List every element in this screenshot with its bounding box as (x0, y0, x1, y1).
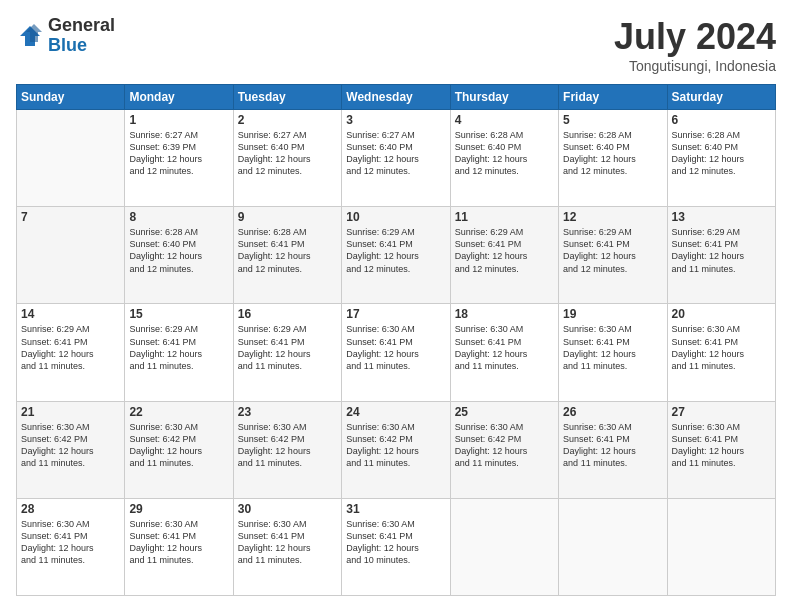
logo-text: General Blue (48, 16, 115, 56)
day-number: 12 (563, 210, 662, 224)
calendar-cell: 30Sunrise: 6:30 AM Sunset: 6:41 PM Dayli… (233, 498, 341, 595)
day-info: Sunrise: 6:30 AM Sunset: 6:41 PM Dayligh… (238, 518, 337, 567)
day-number: 13 (672, 210, 771, 224)
calendar-cell: 20Sunrise: 6:30 AM Sunset: 6:41 PM Dayli… (667, 304, 775, 401)
day-number: 6 (672, 113, 771, 127)
calendar-cell: 14Sunrise: 6:29 AM Sunset: 6:41 PM Dayli… (17, 304, 125, 401)
calendar-cell: 1Sunrise: 6:27 AM Sunset: 6:39 PM Daylig… (125, 110, 233, 207)
calendar-week-row: 14Sunrise: 6:29 AM Sunset: 6:41 PM Dayli… (17, 304, 776, 401)
day-info: Sunrise: 6:28 AM Sunset: 6:40 PM Dayligh… (455, 129, 554, 178)
day-info: Sunrise: 6:29 AM Sunset: 6:41 PM Dayligh… (238, 323, 337, 372)
month-title: July 2024 (614, 16, 776, 58)
day-number: 4 (455, 113, 554, 127)
day-info: Sunrise: 6:30 AM Sunset: 6:41 PM Dayligh… (563, 421, 662, 470)
header: General Blue July 2024 Tongutisungi, Ind… (16, 16, 776, 74)
day-number: 19 (563, 307, 662, 321)
calendar-week-row: 1Sunrise: 6:27 AM Sunset: 6:39 PM Daylig… (17, 110, 776, 207)
day-number: 30 (238, 502, 337, 516)
day-number: 31 (346, 502, 445, 516)
calendar-week-row: 21Sunrise: 6:30 AM Sunset: 6:42 PM Dayli… (17, 401, 776, 498)
day-info: Sunrise: 6:28 AM Sunset: 6:40 PM Dayligh… (672, 129, 771, 178)
calendar-cell: 29Sunrise: 6:30 AM Sunset: 6:41 PM Dayli… (125, 498, 233, 595)
day-number: 15 (129, 307, 228, 321)
day-info: Sunrise: 6:27 AM Sunset: 6:39 PM Dayligh… (129, 129, 228, 178)
page: General Blue July 2024 Tongutisungi, Ind… (0, 0, 792, 612)
calendar-cell: 8Sunrise: 6:28 AM Sunset: 6:40 PM Daylig… (125, 207, 233, 304)
calendar-cell: 27Sunrise: 6:30 AM Sunset: 6:41 PM Dayli… (667, 401, 775, 498)
day-info: Sunrise: 6:29 AM Sunset: 6:41 PM Dayligh… (563, 226, 662, 275)
day-number: 5 (563, 113, 662, 127)
day-number: 29 (129, 502, 228, 516)
day-number: 25 (455, 405, 554, 419)
logo-line2: Blue (48, 36, 115, 56)
calendar-cell: 11Sunrise: 6:29 AM Sunset: 6:41 PM Dayli… (450, 207, 558, 304)
logo-line1: General (48, 16, 115, 36)
day-info: Sunrise: 6:30 AM Sunset: 6:41 PM Dayligh… (455, 323, 554, 372)
calendar-cell: 3Sunrise: 6:27 AM Sunset: 6:40 PM Daylig… (342, 110, 450, 207)
day-info: Sunrise: 6:29 AM Sunset: 6:41 PM Dayligh… (672, 226, 771, 275)
calendar-cell: 6Sunrise: 6:28 AM Sunset: 6:40 PM Daylig… (667, 110, 775, 207)
calendar-cell (17, 110, 125, 207)
day-number: 26 (563, 405, 662, 419)
calendar-cell: 2Sunrise: 6:27 AM Sunset: 6:40 PM Daylig… (233, 110, 341, 207)
day-number: 23 (238, 405, 337, 419)
logo: General Blue (16, 16, 115, 56)
calendar-cell: 15Sunrise: 6:29 AM Sunset: 6:41 PM Dayli… (125, 304, 233, 401)
calendar-cell: 22Sunrise: 6:30 AM Sunset: 6:42 PM Dayli… (125, 401, 233, 498)
calendar-cell: 26Sunrise: 6:30 AM Sunset: 6:41 PM Dayli… (559, 401, 667, 498)
weekday-header-row: SundayMondayTuesdayWednesdayThursdayFrid… (17, 85, 776, 110)
day-number: 22 (129, 405, 228, 419)
day-number: 27 (672, 405, 771, 419)
day-info: Sunrise: 6:28 AM Sunset: 6:41 PM Dayligh… (238, 226, 337, 275)
calendar-cell: 31Sunrise: 6:30 AM Sunset: 6:41 PM Dayli… (342, 498, 450, 595)
calendar-cell: 21Sunrise: 6:30 AM Sunset: 6:42 PM Dayli… (17, 401, 125, 498)
day-number: 1 (129, 113, 228, 127)
weekday-header-sunday: Sunday (17, 85, 125, 110)
calendar-cell: 5Sunrise: 6:28 AM Sunset: 6:40 PM Daylig… (559, 110, 667, 207)
calendar-cell (450, 498, 558, 595)
day-number: 14 (21, 307, 120, 321)
location: Tongutisungi, Indonesia (614, 58, 776, 74)
calendar-cell: 12Sunrise: 6:29 AM Sunset: 6:41 PM Dayli… (559, 207, 667, 304)
day-info: Sunrise: 6:27 AM Sunset: 6:40 PM Dayligh… (346, 129, 445, 178)
day-number: 18 (455, 307, 554, 321)
day-info: Sunrise: 6:29 AM Sunset: 6:41 PM Dayligh… (346, 226, 445, 275)
day-info: Sunrise: 6:30 AM Sunset: 6:41 PM Dayligh… (129, 518, 228, 567)
day-info: Sunrise: 6:29 AM Sunset: 6:41 PM Dayligh… (21, 323, 120, 372)
calendar-cell: 17Sunrise: 6:30 AM Sunset: 6:41 PM Dayli… (342, 304, 450, 401)
calendar-cell: 10Sunrise: 6:29 AM Sunset: 6:41 PM Dayli… (342, 207, 450, 304)
calendar-cell: 9Sunrise: 6:28 AM Sunset: 6:41 PM Daylig… (233, 207, 341, 304)
day-info: Sunrise: 6:30 AM Sunset: 6:41 PM Dayligh… (672, 421, 771, 470)
day-number: 9 (238, 210, 337, 224)
calendar-cell (559, 498, 667, 595)
day-number: 7 (21, 210, 120, 224)
day-number: 3 (346, 113, 445, 127)
day-info: Sunrise: 6:30 AM Sunset: 6:41 PM Dayligh… (672, 323, 771, 372)
day-info: Sunrise: 6:29 AM Sunset: 6:41 PM Dayligh… (455, 226, 554, 275)
calendar-cell: 4Sunrise: 6:28 AM Sunset: 6:40 PM Daylig… (450, 110, 558, 207)
day-info: Sunrise: 6:30 AM Sunset: 6:41 PM Dayligh… (563, 323, 662, 372)
day-info: Sunrise: 6:30 AM Sunset: 6:41 PM Dayligh… (21, 518, 120, 567)
day-info: Sunrise: 6:30 AM Sunset: 6:42 PM Dayligh… (455, 421, 554, 470)
calendar-cell: 7 (17, 207, 125, 304)
day-info: Sunrise: 6:27 AM Sunset: 6:40 PM Dayligh… (238, 129, 337, 178)
title-block: July 2024 Tongutisungi, Indonesia (614, 16, 776, 74)
calendar-cell: 24Sunrise: 6:30 AM Sunset: 6:42 PM Dayli… (342, 401, 450, 498)
weekday-header-monday: Monday (125, 85, 233, 110)
weekday-header-saturday: Saturday (667, 85, 775, 110)
day-number: 11 (455, 210, 554, 224)
day-info: Sunrise: 6:29 AM Sunset: 6:41 PM Dayligh… (129, 323, 228, 372)
day-info: Sunrise: 6:30 AM Sunset: 6:42 PM Dayligh… (129, 421, 228, 470)
calendar-cell: 16Sunrise: 6:29 AM Sunset: 6:41 PM Dayli… (233, 304, 341, 401)
day-number: 28 (21, 502, 120, 516)
calendar-cell (667, 498, 775, 595)
day-number: 8 (129, 210, 228, 224)
day-info: Sunrise: 6:30 AM Sunset: 6:42 PM Dayligh… (21, 421, 120, 470)
weekday-header-tuesday: Tuesday (233, 85, 341, 110)
calendar-cell: 13Sunrise: 6:29 AM Sunset: 6:41 PM Dayli… (667, 207, 775, 304)
calendar-week-row: 78Sunrise: 6:28 AM Sunset: 6:40 PM Dayli… (17, 207, 776, 304)
day-info: Sunrise: 6:30 AM Sunset: 6:41 PM Dayligh… (346, 323, 445, 372)
calendar-cell: 28Sunrise: 6:30 AM Sunset: 6:41 PM Dayli… (17, 498, 125, 595)
calendar-week-row: 28Sunrise: 6:30 AM Sunset: 6:41 PM Dayli… (17, 498, 776, 595)
calendar-cell: 18Sunrise: 6:30 AM Sunset: 6:41 PM Dayli… (450, 304, 558, 401)
